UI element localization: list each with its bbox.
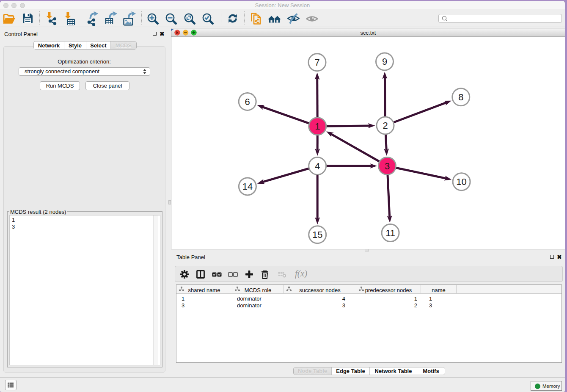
svg-text:8: 8 — [458, 92, 463, 102]
svg-text:9: 9 — [382, 56, 387, 67]
svg-text:3: 3 — [385, 161, 390, 171]
svg-text:7: 7 — [314, 57, 319, 68]
svg-text:4: 4 — [315, 161, 320, 171]
svg-text:6: 6 — [245, 97, 250, 107]
svg-text:15: 15 — [312, 229, 322, 240]
svg-text:1: 1 — [315, 121, 320, 132]
svg-text:10: 10 — [456, 177, 466, 187]
svg-text:2: 2 — [383, 120, 388, 131]
svg-text:14: 14 — [242, 181, 253, 192]
svg-text:11: 11 — [385, 228, 395, 238]
